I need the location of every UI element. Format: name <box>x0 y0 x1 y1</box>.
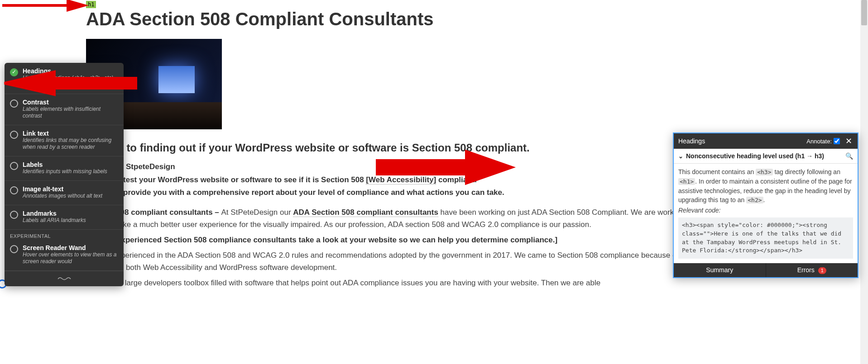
panel-header[interactable]: Headings Annotate: ✕ <box>674 133 858 149</box>
code-chip: <h3> <box>756 169 772 175</box>
menu-item-landmarks[interactable]: Landmarks Labels all ARIA landmarks <box>5 205 124 230</box>
close-icon[interactable]: ✕ <box>844 136 853 146</box>
error-count-badge: 1 <box>818 267 826 274</box>
annotation-arrow <box>0 0 91 15</box>
radio-unchecked-icon <box>10 99 18 108</box>
annotation-arrow <box>0 70 140 99</box>
page-title: ADA Section 508 Compliant Consultants <box>86 8 700 30</box>
radio-unchecked-icon <box>10 162 18 170</box>
issue-title: Nonconsecutive heading level used (h1 → … <box>686 152 824 160</box>
panel-title: Headings <box>678 137 806 145</box>
radio-unchecked-icon <box>10 245 18 253</box>
menu-item-title: Link text <box>23 130 118 137</box>
menu-item-desc: Labels elements with insufficient contra… <box>23 106 118 119</box>
section-label-experimental: EXPERIMENTAL <box>5 230 124 240</box>
panel-tabs: Summary Errors 1 <box>674 263 858 277</box>
menu-item-image-alt[interactable]: Image alt-text Annotates images without … <box>5 181 124 205</box>
radio-unchecked-icon <box>10 131 18 139</box>
menu-item-desc: Identifies inputs with missing labels <box>23 168 107 175</box>
menu-footer[interactable] <box>5 271 124 286</box>
radio-unchecked-icon <box>10 186 18 194</box>
svg-marker-1 <box>68 1 84 10</box>
relevant-code-label: Relevant code: <box>674 207 858 216</box>
chevron-down-icon: ⌄ <box>678 153 683 160</box>
article-content: h1 ADA Section 508 Compliant Consultants… <box>86 0 700 293</box>
code-snippet: <h3><span style="color: #000000;"><stron… <box>678 217 853 259</box>
menu-item-desc: Annotates images without alt text <box>23 193 102 199</box>
tab-errors[interactable]: Errors 1 <box>766 263 858 277</box>
annotation-arrow <box>376 149 516 187</box>
magnify-icon[interactable]: 🔍 <box>845 152 853 160</box>
menu-item-title: Labels <box>23 161 107 168</box>
issue-title-row[interactable]: ⌄ Nonconsecutive heading level used (h1 … <box>674 149 858 164</box>
annotate-checkbox[interactable] <box>834 138 840 144</box>
paragraph: Section 508 compliant consultants – At S… <box>86 207 700 231</box>
code-chip: <h1> <box>678 178 695 185</box>
headings-inspector-panel: Headings Annotate: ✕ ⌄ Nonconsecutive he… <box>673 132 858 278</box>
callout: [Let our experienced Section 508 complia… <box>86 234 700 246</box>
menu-item-labels[interactable]: Labels Identifies inputs with missing la… <box>5 156 124 181</box>
paragraph: We have a large developers toolbox fille… <box>86 277 700 289</box>
menu-item-desc: Identifies links that may be confusing w… <box>23 137 118 151</box>
svg-marker-4 <box>376 151 512 183</box>
menu-item-title: Image alt-text <box>23 185 102 193</box>
link-consultants[interactable]: ADA Section 508 compliant consultants <box>293 208 438 217</box>
menu-item-link-text[interactable]: Link text Identifies links that may be c… <box>5 125 124 156</box>
step-item: We will provide you with a comprehensive… <box>95 187 700 199</box>
scrollbar-thumb[interactable] <box>861 0 867 25</box>
scrollbar-track[interactable] <box>860 0 868 364</box>
menu-item-title: Screen Reader Wand <box>23 244 118 251</box>
tab-summary[interactable]: Summary <box>674 263 766 277</box>
radio-unchecked-icon <box>10 211 18 219</box>
code-chip: <h2> <box>746 197 763 203</box>
menu-item-title: Contrast <box>23 99 118 106</box>
menu-item-desc: Hover over elements to view them as a sc… <box>23 251 118 265</box>
annotate-label: Annotate: <box>806 138 832 145</box>
svg-marker-3 <box>5 72 136 95</box>
menu-item-title: Landmarks <box>23 210 86 217</box>
menu-item-desc: Labels all ARIA landmarks <box>23 217 86 224</box>
menu-item-screen-reader-wand[interactable]: Screen Reader Wand Hover over elements t… <box>5 240 124 271</box>
paragraph: We are experienced in the ADA Section 50… <box>86 250 700 274</box>
issue-description: This document contains an <h3> tag direc… <box>674 164 858 207</box>
glasses-icon <box>57 274 72 284</box>
